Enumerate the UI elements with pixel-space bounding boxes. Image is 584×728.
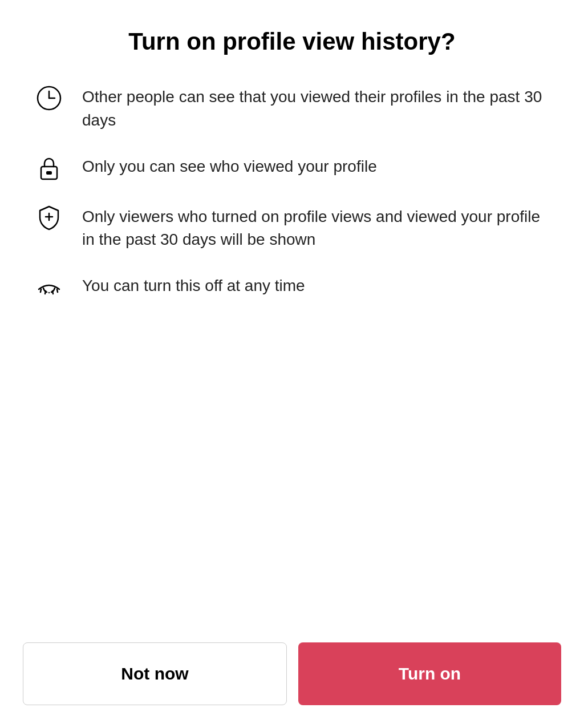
svg-line-7 [40, 289, 41, 292]
page-title: Turn on profile view history? [34, 27, 550, 56]
feature-text-eye-off: You can turn this off at any time [82, 272, 305, 298]
svg-line-10 [57, 289, 58, 292]
feature-text-clock: Other people can see that you viewed the… [82, 83, 550, 132]
feature-text-lock: Only you can see who viewed your profile [82, 153, 377, 179]
feature-item-lock: Only you can see who viewed your profile [34, 153, 550, 183]
not-now-button[interactable]: Not now [23, 642, 287, 705]
shield-icon [34, 203, 64, 233]
svg-line-9 [52, 291, 53, 294]
feature-item-eye-off: You can turn this off at any time [34, 272, 550, 302]
svg-line-8 [45, 291, 46, 294]
feature-item-shield: Only viewers who turned on profile views… [34, 203, 550, 252]
clock-icon [34, 83, 64, 113]
content-area: Turn on profile view history? Other peop… [0, 0, 584, 629]
turn-on-button[interactable]: Turn on [298, 642, 561, 705]
feature-list: Other people can see that you viewed the… [34, 83, 550, 301]
lock-icon [34, 153, 64, 183]
eye-off-icon [34, 272, 64, 302]
feature-text-shield: Only viewers who turned on profile views… [82, 203, 550, 252]
footer-actions: Not now Turn on [0, 629, 584, 728]
svg-rect-4 [46, 171, 52, 175]
feature-item-clock: Other people can see that you viewed the… [34, 83, 550, 132]
